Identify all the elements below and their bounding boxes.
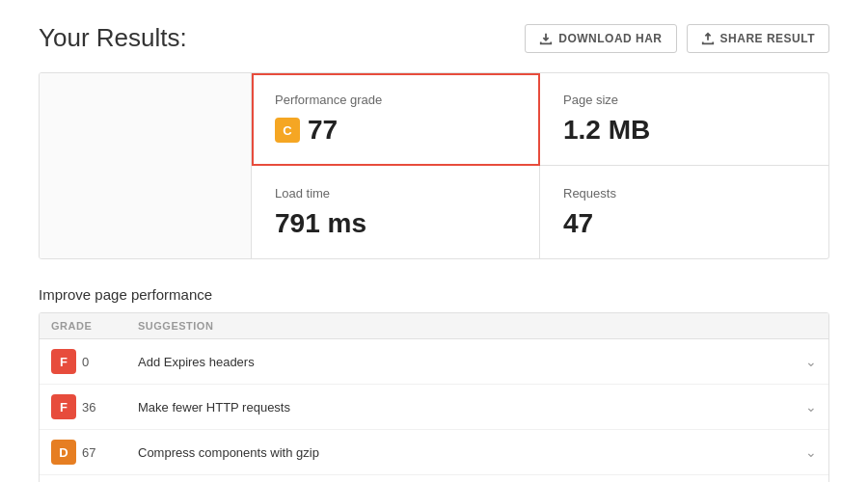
load-time-value: 791 ms	[275, 208, 366, 239]
requests-cell: Requests 47	[540, 166, 828, 258]
suggestion-text: Make fewer HTTP requests	[138, 400, 788, 415]
suggestions-table-header: Grade Suggestion	[40, 313, 828, 339]
suggestion-row[interactable]: D 67 Compress components with gzip ⌄	[40, 430, 828, 475]
suggestion-rows-container: F 0 Add Expires headers ⌄ F 36 Make fewe…	[40, 339, 828, 482]
suggestion-text: Compress components with gzip	[138, 445, 788, 460]
performance-grade-label: Performance grade	[275, 93, 382, 107]
score-number: 67	[82, 445, 95, 460]
download-icon	[539, 32, 553, 45]
share-icon	[701, 32, 715, 45]
grade-score-cell: D 67	[51, 440, 138, 465]
chevron-down-icon: ⌄	[788, 399, 817, 415]
grade-badge-c: C	[275, 118, 300, 143]
chevron-down-icon: ⌄	[788, 354, 817, 369]
score-number: 0	[82, 355, 89, 369]
stats-grid: Performance grade C 77 Page size 1.2 MB …	[39, 72, 829, 259]
col-grade-header: Grade	[51, 320, 138, 332]
load-time-cell: Load time 791 ms	[252, 166, 540, 258]
header-actions: Download HAR Share Result	[525, 24, 829, 53]
load-time-label: Load time	[275, 186, 330, 201]
page-size-cell: Page size 1.2 MB	[540, 73, 828, 166]
download-har-button[interactable]: Download HAR	[525, 24, 676, 53]
page-size-value: 1.2 MB	[563, 115, 650, 146]
grade-score-cell: F 0	[51, 349, 138, 374]
improve-title: Improve page performance	[39, 286, 829, 303]
page-title: Your Results:	[39, 23, 187, 53]
page-size-label: Page size	[563, 93, 618, 107]
performance-grade-cell: Performance grade C 77	[252, 73, 540, 166]
stats-right: Performance grade C 77 Page size 1.2 MB …	[252, 73, 828, 258]
suggestion-row[interactable]: F 36 Make fewer HTTP requests ⌄	[40, 385, 828, 430]
suggestions-table: Grade Suggestion F 0 Add Expires headers…	[39, 312, 829, 482]
performance-score: 77	[308, 115, 338, 146]
share-result-button[interactable]: Share Result	[687, 24, 829, 53]
col-suggestion-header: Suggestion	[138, 320, 788, 332]
performance-grade-value: C 77	[275, 115, 338, 146]
requests-label: Requests	[563, 186, 616, 201]
chevron-down-icon: ⌄	[788, 444, 817, 460]
stats-chart-area	[40, 73, 252, 258]
grade-badge: D	[51, 440, 76, 465]
score-number: 36	[82, 400, 95, 415]
suggestion-text: Add Expires headers	[138, 355, 788, 369]
improve-section: Improve page performance Grade Suggestio…	[39, 286, 829, 482]
suggestion-row[interactable]: C 80 Avoid URL redirects ⌄	[40, 475, 828, 482]
page-header: Your Results: Download HAR Share Result	[39, 23, 829, 53]
grade-score-cell: F 36	[51, 394, 138, 419]
grade-badge: F	[51, 394, 76, 419]
grade-badge: F	[51, 349, 76, 374]
suggestion-row[interactable]: F 0 Add Expires headers ⌄	[40, 339, 828, 385]
requests-value: 47	[563, 208, 593, 239]
